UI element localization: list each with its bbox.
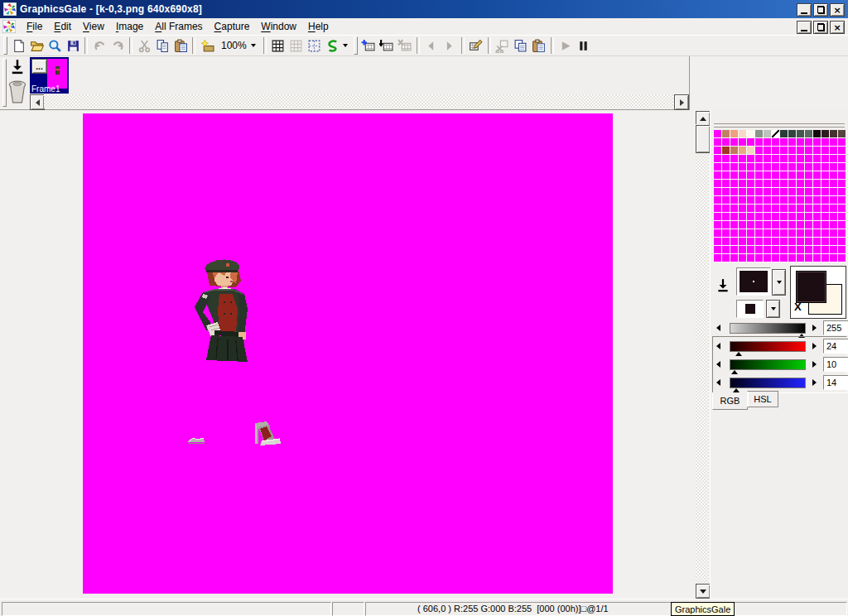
palette-color-cell[interactable] xyxy=(788,147,797,155)
palette-color-cell[interactable] xyxy=(797,229,805,238)
palette-color-cell[interactable] xyxy=(730,171,739,180)
tab-rgb[interactable]: RGB xyxy=(712,392,748,410)
palette-color-cell[interactable] xyxy=(764,138,772,147)
palette-color-cell[interactable] xyxy=(813,163,822,171)
palette-color-cell[interactable] xyxy=(755,130,764,138)
palette-color-cell[interactable] xyxy=(830,171,838,180)
palette-color-cell[interactable] xyxy=(722,171,730,180)
new-file-button[interactable] xyxy=(9,36,27,55)
palette-color-cell[interactable] xyxy=(764,147,772,155)
palette-color-cell[interactable] xyxy=(813,205,822,213)
palette-color-cell[interactable] xyxy=(838,188,846,196)
frame-scroll-left-button[interactable] xyxy=(30,94,45,110)
alpha-decrease-button[interactable] xyxy=(713,322,724,334)
palette-color-cell[interactable] xyxy=(730,155,739,163)
foreground-color-swatch[interactable] xyxy=(796,271,826,303)
palette-color-cell[interactable] xyxy=(797,155,805,163)
close-button[interactable]: × xyxy=(830,3,845,17)
menu-edit[interactable]: Edit xyxy=(48,19,77,34)
mdi-restore-button[interactable] xyxy=(813,21,828,34)
palette-color-cell[interactable] xyxy=(747,221,755,229)
palette-color-cell[interactable] xyxy=(747,229,755,238)
pick-color-button[interactable] xyxy=(716,277,730,294)
palette-color-cell[interactable] xyxy=(788,254,797,262)
palette-color-cell[interactable] xyxy=(797,138,805,147)
palette-color-cell[interactable] xyxy=(755,180,764,188)
palette-color-cell[interactable] xyxy=(764,155,772,163)
palette-color-cell[interactable] xyxy=(755,213,764,221)
palette-color-cell[interactable] xyxy=(772,180,780,188)
palette-color-cell[interactable] xyxy=(747,147,755,155)
palette-color-cell[interactable] xyxy=(788,221,797,229)
palette-color-cell[interactable] xyxy=(714,147,722,155)
copy-frame-button[interactable] xyxy=(512,36,530,55)
palette-color-cell[interactable] xyxy=(780,163,788,171)
scrollbar-thumb[interactable] xyxy=(696,125,711,153)
palette-color-cell[interactable] xyxy=(797,246,805,254)
frame-item-selected[interactable]: ... Frame1 xyxy=(30,57,69,94)
palette-color-cell[interactable] xyxy=(755,221,764,229)
palette-color-cell[interactable] xyxy=(813,196,822,205)
palette-color-cell[interactable] xyxy=(730,138,739,147)
blue-slider-track[interactable] xyxy=(730,378,806,388)
palette-color-cell[interactable] xyxy=(747,163,755,171)
palette-color-cell[interactable] xyxy=(780,188,788,196)
canvas[interactable] xyxy=(83,113,613,594)
menu-window[interactable]: Window xyxy=(255,19,302,34)
toolbar-grip[interactable] xyxy=(354,36,358,55)
palette-color-cell[interactable] xyxy=(764,221,772,229)
palette-color-cell[interactable] xyxy=(805,147,813,155)
palette-color-cell[interactable] xyxy=(747,130,755,138)
palette-color-cell[interactable] xyxy=(788,213,797,221)
blue-decrease-button[interactable] xyxy=(713,377,724,388)
palette-color-cell[interactable] xyxy=(813,130,822,138)
palette-color-cell[interactable] xyxy=(838,147,846,155)
palette-color-cell[interactable] xyxy=(822,130,830,138)
palette-color-cell[interactable] xyxy=(747,238,755,246)
red-slider-track[interactable] xyxy=(730,341,806,352)
palette-color-cell[interactable] xyxy=(805,246,813,254)
palette-color-cell[interactable] xyxy=(739,246,747,254)
palette-color-cell[interactable] xyxy=(722,254,730,262)
palette-color-cell[interactable] xyxy=(739,196,747,205)
palette-color-cell[interactable] xyxy=(838,205,846,213)
palette-color-cell[interactable] xyxy=(830,130,838,138)
custom-grid-button[interactable] xyxy=(306,36,324,55)
palette-color-cell[interactable] xyxy=(722,147,730,155)
palette-color-cell[interactable] xyxy=(730,147,739,155)
palette-color-cell[interactable] xyxy=(805,254,813,262)
transparent-color-button-caret[interactable] xyxy=(342,36,349,55)
palette-color-cell[interactable] xyxy=(838,254,846,262)
palette-color-cell[interactable] xyxy=(730,246,739,254)
pause-button[interactable] xyxy=(575,36,593,55)
secondary-color-dropdown[interactable] xyxy=(766,300,780,318)
delete-frame-trash-button[interactable] xyxy=(7,79,27,104)
palette-operation-button[interactable] xyxy=(198,36,216,55)
palette-color-cell[interactable] xyxy=(822,221,830,229)
palette-color-cell[interactable] xyxy=(772,188,780,196)
palette-color-cell[interactable] xyxy=(772,229,780,238)
palette-color-cell[interactable] xyxy=(714,205,722,213)
palette-color-cell[interactable] xyxy=(788,246,797,254)
palette-color-cell[interactable] xyxy=(714,229,722,238)
palette-color-cell[interactable] xyxy=(780,138,788,147)
palette-color-cell[interactable] xyxy=(813,246,822,254)
palette-color-cell[interactable] xyxy=(755,196,764,205)
green-slider-track[interactable] xyxy=(730,359,806,370)
palette-color-cell[interactable] xyxy=(772,163,780,171)
palette-color-cell[interactable] xyxy=(822,147,830,155)
palette-color-cell[interactable] xyxy=(822,138,830,147)
palette-color-cell[interactable] xyxy=(822,180,830,188)
palette-color-cell[interactable] xyxy=(822,238,830,246)
palette-color-cell[interactable] xyxy=(764,238,772,246)
frame-properties-button[interactable] xyxy=(467,36,485,55)
palette-color-cell[interactable] xyxy=(772,221,780,229)
palette-color-cell[interactable] xyxy=(747,180,755,188)
palette-color-cell[interactable] xyxy=(780,213,788,221)
palette-color-cell[interactable] xyxy=(780,171,788,180)
red-value[interactable]: 24 xyxy=(823,339,848,354)
undo-button[interactable] xyxy=(90,36,108,55)
palette-color-cell[interactable] xyxy=(780,147,788,155)
palette-color-cell[interactable] xyxy=(780,254,788,262)
palette-color-cell[interactable] xyxy=(747,254,755,262)
